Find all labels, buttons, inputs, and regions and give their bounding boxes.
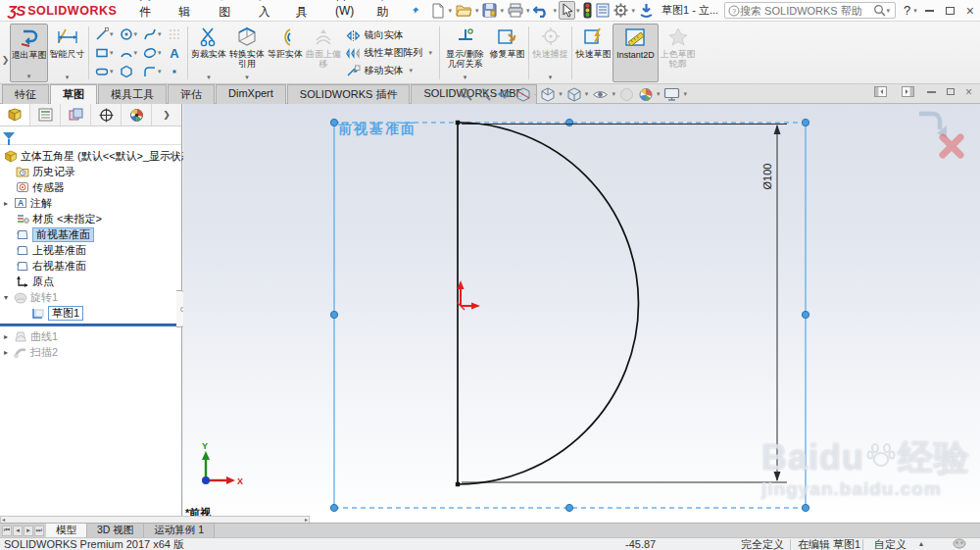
file-properties-button[interactable] xyxy=(594,1,612,21)
display-style-icon[interactable] xyxy=(566,87,582,102)
view-settings-icon[interactable] xyxy=(663,87,680,101)
text-tool[interactable]: A xyxy=(166,44,183,63)
help-button[interactable]: ? xyxy=(904,3,910,18)
new-file-dropdown[interactable]: ▾ xyxy=(448,7,452,15)
zoom-area-icon[interactable] xyxy=(477,87,492,102)
apply-scene-icon[interactable] xyxy=(638,87,654,102)
line-tool[interactable]: ▾ xyxy=(93,25,118,44)
ellipse-dropdown[interactable]: ▾ xyxy=(158,49,162,57)
tree-item-curve1[interactable]: ▸ 曲线1 xyxy=(0,328,181,344)
doc-minimize-button[interactable] xyxy=(927,91,936,93)
arc-dropdown[interactable]: ▾ xyxy=(134,49,138,57)
help-dropdown[interactable]: ▾ xyxy=(913,7,917,15)
cancel-sketch-icon[interactable] xyxy=(943,137,960,155)
tab-features[interactable]: 特征 xyxy=(2,84,49,104)
line-dropdown[interactable]: ▾ xyxy=(110,30,114,38)
close-button[interactable]: × xyxy=(966,6,974,16)
hide-show-dropdown[interactable]: ▾ xyxy=(612,90,615,98)
print-button[interactable] xyxy=(506,1,525,21)
select-tool-button[interactable] xyxy=(559,1,575,20)
rectangle-tool[interactable]: ▾ xyxy=(93,44,118,63)
display-style-dropdown[interactable]: ▾ xyxy=(585,90,589,98)
tree-item-sketch1[interactable]: 草图1 xyxy=(0,305,181,321)
fillet-tool[interactable]: ▾ xyxy=(141,63,166,81)
undo-dropdown[interactable]: ▾ xyxy=(553,7,557,15)
view-settings-dropdown[interactable]: ▾ xyxy=(683,90,687,98)
trim-entities-button[interactable]: 剪裁实体 ▾ xyxy=(190,24,228,82)
search-dropdown[interactable]: ▾ xyxy=(887,7,891,15)
rapid-sketch-button[interactable]: 快速草图 xyxy=(574,24,612,82)
open-file-button[interactable] xyxy=(454,1,474,21)
hide-show-items-icon[interactable] xyxy=(592,88,609,101)
new-file-button[interactable] xyxy=(429,1,447,21)
arc-tool[interactable]: ▾ xyxy=(118,44,142,63)
exit-sketch-button[interactable]: 退出草图 ▾ xyxy=(10,24,48,82)
custom-units-selector[interactable]: 自定义 xyxy=(874,538,906,550)
tab-sketch[interactable]: 草图 xyxy=(50,84,97,104)
tab-sw-addins[interactable]: SOLIDWORKS 插件 xyxy=(287,84,411,104)
ellipse-tool[interactable]: ▾ xyxy=(141,44,166,63)
offset-entities-button[interactable]: 等距实体 xyxy=(267,24,305,82)
tree-item-history[interactable]: 历史记录 xyxy=(0,164,181,179)
display-delete-relations-button[interactable]: 显示/删除几何关系 ▾ xyxy=(442,24,488,82)
restore-button[interactable] xyxy=(946,7,955,15)
tab-mold-tools[interactable]: 模具工具 xyxy=(98,84,167,104)
display-relations-dropdown[interactable]: ▾ xyxy=(464,74,467,81)
zoom-fit-icon[interactable] xyxy=(459,87,473,102)
options-dropdown[interactable]: ▾ xyxy=(631,7,635,15)
configurationmanager-tab[interactable] xyxy=(61,104,91,125)
convert-entities-button[interactable]: 转换实体引用 ▾ xyxy=(228,24,267,82)
view-orientation-icon[interactable] xyxy=(540,87,556,102)
tree-item-origin[interactable]: 原点 xyxy=(0,274,181,289)
panel-tabs-overflow[interactable]: ❯ xyxy=(152,104,181,125)
slot-tool[interactable]: ▾ xyxy=(93,63,118,81)
dimension-label[interactable]: Ø100 xyxy=(761,164,773,190)
spline-dropdown[interactable]: ▾ xyxy=(158,30,162,38)
repair-sketch-button[interactable]: 修复草图 xyxy=(488,24,526,82)
graphics-viewport[interactable]: Y X 前视基准面 Ø100 *前视 Baidu xyxy=(183,104,980,523)
tab-dimxpert[interactable]: DimXpert xyxy=(216,84,286,104)
fillet-dropdown[interactable]: ▾ xyxy=(158,68,162,75)
flyout-chevron[interactable]: ❯ xyxy=(1,24,10,82)
point-tool[interactable] xyxy=(166,63,183,81)
save-button[interactable] xyxy=(480,1,499,21)
section-view-icon[interactable] xyxy=(515,87,531,102)
select-dropdown[interactable]: ▾ xyxy=(576,7,580,15)
rectangle-dropdown[interactable]: ▾ xyxy=(110,49,114,57)
tab-3d-views[interactable]: 3D 视图 xyxy=(87,524,144,537)
view-orientation-dropdown[interactable]: ▾ xyxy=(559,90,563,98)
tree-item-revolve1[interactable]: ▾ 旋转1 xyxy=(0,289,181,305)
dimxpertmanager-tab[interactable] xyxy=(91,104,122,125)
circle-dropdown[interactable]: ▾ xyxy=(134,30,138,38)
doc-restore-button[interactable] xyxy=(947,88,955,95)
tab-next-button[interactable]: ▸ xyxy=(24,525,33,536)
slot-dropdown[interactable]: ▾ xyxy=(110,68,114,75)
smart-dimension-button[interactable]: 智能尺寸 ▾ xyxy=(48,24,86,82)
convert-dropdown[interactable]: ▾ xyxy=(245,74,249,81)
tree-root-part[interactable]: 立体五角星 (默认<<默认>_显示状态 1> xyxy=(0,148,181,164)
doc-close-button[interactable]: × xyxy=(965,87,972,97)
tree-item-top-plane[interactable]: 上视基准面 xyxy=(0,242,181,258)
search-icon[interactable] xyxy=(873,4,886,17)
collapse-pane-left-icon[interactable] xyxy=(874,86,887,97)
move-entities-button[interactable]: 移动实体 ▾ xyxy=(346,62,435,79)
tab-first-button[interactable]: ⏮ xyxy=(2,525,12,536)
tab-model[interactable]: 模型 xyxy=(46,524,87,537)
smart-dimension-dropdown[interactable]: ▾ xyxy=(66,74,70,81)
move-entities-dropdown[interactable]: ▾ xyxy=(410,67,414,75)
print-dropdown[interactable]: ▾ xyxy=(526,7,530,15)
tree-filter[interactable] xyxy=(0,126,181,145)
tab-motion-study[interactable]: 运动算例 1 xyxy=(144,524,215,537)
search-input[interactable] xyxy=(740,5,872,17)
spline-tool[interactable]: ▾ xyxy=(141,25,166,44)
linear-pattern-button[interactable]: 线性草图阵列 ▾ xyxy=(346,44,435,62)
featuremanager-tab[interactable] xyxy=(0,104,30,125)
tree-item-sensors[interactable]: 传感器 xyxy=(0,179,181,195)
options-gear-button[interactable] xyxy=(612,1,630,21)
linear-pattern-dropdown[interactable]: ▾ xyxy=(429,49,433,57)
rebuild-button[interactable] xyxy=(581,1,594,21)
units-dropdown-arrow[interactable]: ▴ xyxy=(919,538,923,550)
instant2d-button[interactable]: Instant2D xyxy=(612,24,659,82)
polygon-tool[interactable] xyxy=(118,63,142,81)
rebuild-arrow-icon[interactable] xyxy=(637,1,656,21)
